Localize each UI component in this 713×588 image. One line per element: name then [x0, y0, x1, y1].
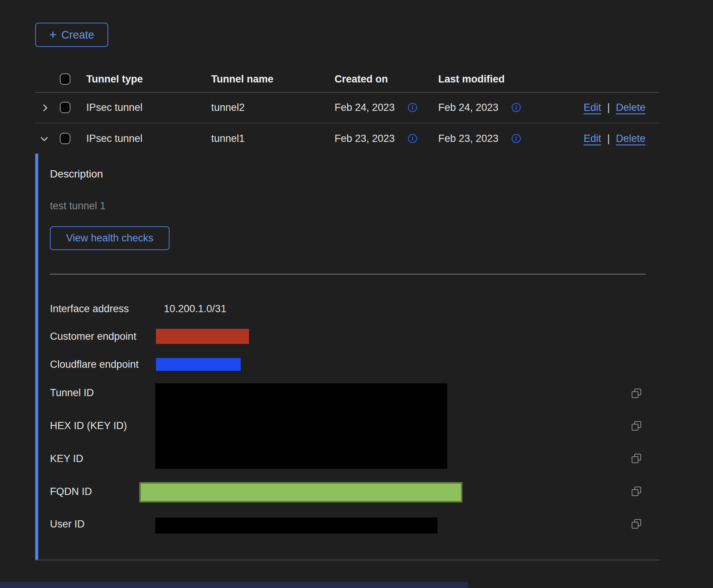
info-icon[interactable]: i — [512, 134, 521, 143]
action-separator: | — [607, 133, 610, 145]
create-button[interactable]: + Create — [35, 23, 108, 47]
cloudflare-endpoint-redaction — [156, 358, 241, 371]
description-label: Description — [50, 168, 103, 180]
select-all-checkbox[interactable] — [60, 73, 70, 85]
panel-bottom-divider — [35, 560, 659, 560]
row1-created-on: Feb 24, 2023 — [335, 92, 395, 123]
row1-tunnel-type: IPsec tunnel — [86, 92, 143, 123]
create-button-label: Create — [61, 29, 94, 41]
chevron-down-icon[interactable] — [39, 134, 49, 144]
interface-address-label: Interface address — [50, 303, 129, 315]
tunnel-id-label: Tunnel ID — [50, 387, 94, 399]
tunnel-hex-key-id-redaction — [155, 383, 447, 469]
fqdn-id-label: FQDN ID — [50, 485, 92, 498]
copy-icon[interactable] — [631, 518, 642, 530]
copy-icon[interactable] — [631, 420, 642, 432]
header-last-modified: Last modified — [438, 66, 505, 92]
interface-address-value: 10.200.1.0/31 — [164, 303, 226, 315]
delete-link[interactable]: Delete — [616, 102, 646, 114]
info-glyph: i — [515, 135, 517, 142]
info-glyph: i — [515, 104, 517, 110]
edit-link[interactable]: Edit — [584, 102, 601, 114]
key-id-label: KEY ID — [50, 453, 83, 465]
view-health-checks-button[interactable]: View health checks — [50, 226, 170, 250]
table-row: IPsec tunnel tunnel2 Feb 24, 2023 Feb 24… — [35, 92, 659, 123]
row1-tunnel-name: tunnel2 — [211, 92, 245, 123]
detail-divider — [50, 274, 646, 274]
cloudflare-endpoint-label: Cloudflare endpoint — [50, 358, 139, 370]
copy-icon[interactable] — [631, 388, 642, 399]
header-created-on: Created on — [335, 66, 388, 92]
row2-tunnel-name: tunnel1 — [211, 123, 245, 154]
row1-checkbox[interactable] — [60, 102, 70, 113]
row2-created-on: Feb 23, 2023 — [335, 123, 395, 154]
row2-tunnel-type: IPsec tunnel — [86, 123, 143, 154]
info-icon[interactable]: i — [408, 103, 417, 112]
delete-link[interactable]: Delete — [616, 133, 646, 145]
fqdn-id-redaction — [139, 482, 462, 502]
edit-link[interactable]: Edit — [584, 133, 601, 145]
info-icon[interactable]: i — [408, 134, 417, 143]
row1-last-modified: Feb 24, 2023 — [438, 92, 498, 123]
user-id-label: User ID — [50, 518, 85, 530]
copy-icon[interactable] — [631, 486, 642, 497]
copy-icon[interactable] — [631, 453, 642, 464]
tunnels-page: + Create Tunnel type Tunnel name Created… — [0, 0, 713, 588]
user-id-redaction — [155, 518, 437, 534]
bottom-banner-edge — [0, 582, 468, 588]
row2-actions: Edit | Delete — [584, 123, 646, 154]
header-tunnel-name: Tunnel name — [211, 66, 274, 92]
description-value: test tunnel 1 — [50, 200, 106, 212]
table-header-row: Tunnel type Tunnel name Created on Last … — [35, 66, 659, 92]
row2-checkbox[interactable] — [60, 133, 70, 144]
action-separator: | — [607, 102, 610, 114]
row2-last-modified: Feb 23, 2023 — [438, 123, 498, 154]
header-tunnel-type: Tunnel type — [86, 66, 143, 92]
customer-endpoint-label: Customer endpoint — [50, 330, 136, 342]
info-icon[interactable]: i — [512, 103, 521, 112]
row1-actions: Edit | Delete — [584, 92, 646, 123]
info-glyph: i — [412, 104, 413, 110]
info-glyph: i — [412, 135, 413, 142]
plus-icon: + — [49, 28, 57, 41]
table-row: IPsec tunnel tunnel1 Feb 23, 2023 Feb 23… — [35, 123, 659, 154]
chevron-right-icon[interactable] — [40, 103, 50, 113]
hex-id-label: HEX ID (KEY ID) — [50, 420, 127, 432]
customer-endpoint-redaction — [156, 329, 249, 344]
expanded-row-indicator-bar — [35, 154, 38, 560]
